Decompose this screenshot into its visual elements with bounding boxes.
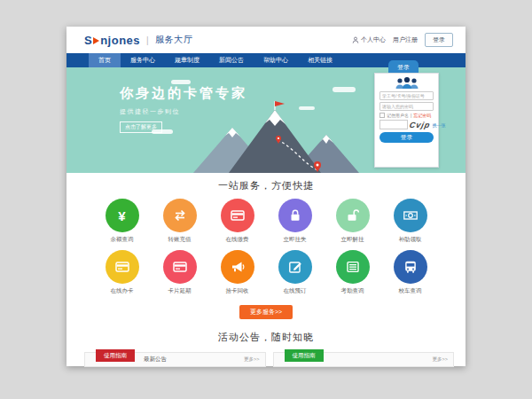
logo-product-name: 服务大厅 (155, 34, 192, 46)
nav-item-news[interactable]: 新闻公告 (209, 53, 254, 67)
header-login-button[interactable]: 登录 (425, 33, 453, 47)
cloud-decoration (332, 87, 356, 92)
tab-usage-guide-right[interactable]: 使用指南 (285, 349, 324, 362)
logo-text-1: S (84, 34, 92, 47)
announcements-panels: 使用指南 最新公告 更多>> 使用指南 更多>> (66, 352, 466, 367)
banknote-icon (402, 207, 419, 224)
service-balance-query[interactable]: ¥ 余额查询 (106, 199, 139, 244)
login-panel: 记住用户名 | 忘记密码 Cvjp 换一张 登录 (374, 73, 439, 168)
megaphone-icon (229, 258, 246, 276)
person-icon (352, 36, 359, 43)
announcements-title: 活动公告，随时知晓 (66, 331, 466, 344)
captcha-row: Cvjp 换一张 (379, 120, 434, 129)
logo-arrow-icon (93, 37, 99, 44)
tab-usage-guide-left[interactable]: 使用指南 (96, 349, 135, 362)
transfer-arrows-icon (171, 207, 189, 224)
nav-item-help[interactable]: 帮助中心 (254, 53, 298, 67)
hero-subtitle: 提供捷径一步到位 (120, 107, 247, 116)
service-card-extension[interactable]: 卡片延期 (163, 250, 197, 295)
personal-center-label: 个人中心 (361, 35, 386, 44)
more-link-left[interactable]: 更多>> (244, 356, 264, 363)
login-panel-tab[interactable]: 登录 (388, 60, 419, 73)
nav-item-home[interactable]: 首页 (89, 53, 121, 67)
service-report-loss[interactable]: 立即挂失 (278, 199, 312, 244)
cloud-decoration (299, 106, 315, 110)
bank-card-icon (229, 207, 246, 224)
register-link[interactable]: 用户注册 (393, 35, 418, 44)
services-section: 一站服务，方便快捷 ¥ 余额查询 转账充值 在线缴费 立即挂失 立即解挂 (66, 173, 466, 319)
services-title: 一站服务，方便快捷 (66, 179, 466, 192)
nav-item-rules[interactable]: 规章制度 (165, 53, 209, 67)
service-cancel-loss[interactable]: 立即解挂 (336, 199, 370, 244)
personal-center-link[interactable]: 个人中心 (352, 35, 386, 44)
hero-title: 你身边的卡管专家 (120, 85, 247, 102)
left-tabbar: 使用指南 最新公告 更多>> (84, 352, 266, 367)
announcements-right-panel: 使用指南 更多>> (273, 352, 455, 367)
captcha-input[interactable] (379, 120, 408, 129)
forgot-password-link[interactable]: 忘记密码 (413, 113, 431, 118)
cloud-decoration (171, 80, 191, 84)
announcements-section: 活动公告，随时知晓 使用指南 最新公告 更多>> 使用指南 更多>> (66, 331, 466, 367)
edit-icon (286, 258, 304, 276)
nav-item-service-center[interactable]: 服务中心 (121, 53, 165, 67)
service-school-bus-query[interactable]: 校车查询 (394, 250, 427, 295)
captcha-refresh-link[interactable]: 换一张 (433, 122, 446, 128)
unlock-icon (344, 207, 362, 224)
services-row-2: 在线办卡 卡片延期 拾卡回收 在线预订 考勤查询 校车查询 (66, 250, 466, 295)
hero-cta-button[interactable]: 点击了解更多 (120, 121, 162, 133)
password-input[interactable] (379, 102, 434, 111)
remember-label: 记住用户名 (387, 113, 409, 118)
more-link-right[interactable]: 更多>> (433, 356, 453, 363)
services-row-1: ¥ 余额查询 转账充值 在线缴费 立即挂失 立即解挂 补助领取 (66, 199, 466, 244)
login-submit-button[interactable]: 登录 (379, 132, 434, 143)
more-services-button[interactable]: 更多服务>> (239, 305, 293, 319)
service-transfer-recharge[interactable]: 转账充值 (163, 199, 197, 244)
announcements-left-panel: 使用指南 最新公告 更多>> (84, 352, 266, 367)
logo[interactable]: S njones | 服务大厅 (84, 34, 192, 47)
lock-icon (286, 207, 304, 224)
page: S njones | 服务大厅 个人中心 用户注册 登录 首页 服务中心 规章制… (66, 27, 466, 366)
yen-icon: ¥ (118, 208, 125, 223)
tab-latest-announcements[interactable]: 最新公告 (144, 356, 167, 364)
hero-text: 你身边的卡管专家 提供捷径一步到位 点击了解更多 (120, 85, 247, 133)
service-online-card-apply[interactable]: 在线办卡 (106, 250, 139, 295)
header-links: 个人中心 用户注册 登录 (352, 33, 453, 47)
bank-card-icon (171, 258, 189, 276)
service-online-payment[interactable]: 在线缴费 (221, 199, 254, 244)
service-attendance-query[interactable]: 考勤查询 (336, 250, 370, 295)
bank-card-icon (113, 258, 131, 276)
service-online-booking[interactable]: 在线预订 (278, 250, 312, 295)
remember-checkbox[interactable] (379, 113, 385, 118)
list-icon (344, 258, 362, 276)
service-found-card[interactable]: 拾卡回收 (221, 250, 254, 295)
username-input[interactable] (379, 91, 434, 100)
logo-text-2: njones (100, 34, 140, 47)
users-group-icon (394, 76, 420, 90)
header: S njones | 服务大厅 个人中心 用户注册 登录 (66, 27, 466, 53)
register-label: 用户注册 (393, 35, 418, 44)
logo-divider: | (146, 35, 149, 45)
right-tabbar: 使用指南 更多>> (273, 352, 455, 367)
remember-divider: | (411, 113, 411, 118)
remember-row: 记住用户名 | 忘记密码 (379, 113, 434, 118)
captcha-image: Cvjp (409, 121, 432, 129)
service-subsidy-collect[interactable]: 补助领取 (394, 199, 427, 244)
nav-item-links[interactable]: 相关链接 (298, 53, 342, 67)
bus-icon (402, 258, 419, 276)
